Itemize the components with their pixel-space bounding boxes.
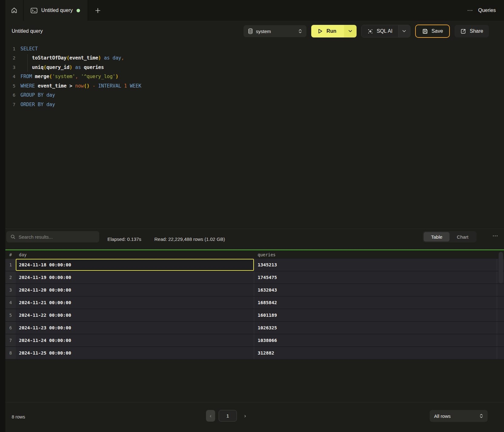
- queries-cell[interactable]: 1345213: [254, 259, 497, 271]
- queries-cell[interactable]: 1026325: [254, 322, 497, 334]
- database-icon: [248, 28, 253, 34]
- row-number: 3: [5, 284, 16, 296]
- table-row: 12024-11-18 00:00:001345213: [5, 259, 504, 271]
- save-icon: [422, 28, 428, 34]
- page-title: Untitled query: [12, 28, 43, 34]
- day-cell[interactable]: 2024-11-19 00:00:00: [16, 271, 254, 283]
- results-footer: 8 rows ‹ 1 › All rows: [5, 402, 504, 432]
- sql-ai-options-button[interactable]: [398, 25, 410, 37]
- page-size-select[interactable]: All rows: [430, 410, 488, 422]
- query-header: Untitled query system: [5, 21, 504, 42]
- run-button-group: Run: [311, 25, 357, 37]
- line-number: 2: [5, 55, 20, 60]
- home-tab[interactable]: [5, 0, 24, 21]
- new-tab-button[interactable]: [88, 0, 107, 21]
- table-row: 62024-11-23 00:00:001026325: [5, 322, 504, 334]
- line-number: 4: [5, 74, 20, 79]
- queries-column-header: queries: [254, 250, 497, 259]
- search-input[interactable]: [19, 234, 91, 240]
- day-cell[interactable]: 2024-11-20 00:00:00: [16, 284, 254, 296]
- table-row: 32024-11-20 00:00:001632043: [5, 284, 504, 297]
- line-number: 5: [5, 83, 20, 88]
- run-options-button[interactable]: [344, 25, 357, 37]
- code-text: SELECT: [20, 46, 38, 52]
- queries-cell[interactable]: 1745475: [254, 271, 497, 283]
- code-line: 5WHERE event_time > now() - INTERVAL 1 W…: [5, 81, 504, 91]
- tab-untitled-query[interactable]: Untitled query: [24, 0, 88, 21]
- home-icon: [11, 7, 18, 14]
- line-number: 3: [5, 65, 20, 70]
- sql-ai-label: SQL AI: [377, 28, 392, 34]
- share-button[interactable]: Share: [455, 25, 489, 37]
- results-toolbar: Elapsed: 0.137s Read: 22,229,488 rows (1…: [5, 229, 504, 249]
- database-select-value: system: [256, 29, 271, 34]
- line-number: 7: [5, 102, 20, 107]
- results-table-header: # day queries: [5, 250, 504, 259]
- results-table: # day queries 12024-11-18 00:00:00134521…: [5, 250, 504, 360]
- code-line: 7ORDER BY day: [5, 100, 504, 109]
- row-number: 1: [5, 259, 16, 271]
- code-line: 1SELECT: [5, 44, 504, 54]
- row-count-label: 8 rows: [12, 414, 25, 419]
- day-cell[interactable]: 2024-11-18 00:00:00: [16, 259, 254, 271]
- terminal-icon: [31, 8, 37, 14]
- queries-link[interactable]: Queries: [478, 8, 496, 13]
- tabbar-overflow-icon[interactable]: ⋯: [467, 8, 473, 13]
- sql-console-app: Untitled query ⋯ Queries Untitled query: [0, 0, 504, 432]
- updown-chevron-icon: [298, 29, 302, 34]
- tab-label: Untitled query: [41, 8, 73, 13]
- chevron-right-icon: ›: [244, 413, 246, 419]
- database-select[interactable]: system: [243, 25, 306, 37]
- queries-cell[interactable]: 1632043: [254, 284, 497, 296]
- indent-guide: [27, 54, 28, 72]
- queries-cell[interactable]: 1685842: [254, 297, 497, 309]
- save-button[interactable]: Save: [415, 25, 450, 38]
- share-button-label: Share: [470, 28, 483, 34]
- row-number: 2: [5, 271, 16, 283]
- day-cell[interactable]: 2024-11-21 00:00:00: [16, 297, 254, 309]
- queries-cell[interactable]: 312882: [254, 347, 497, 359]
- table-row: 52024-11-22 00:00:001601189: [5, 309, 504, 322]
- sql-ai-button[interactable]: SQL AI: [362, 25, 398, 37]
- table-row: 82024-11-25 00:00:00312882: [5, 347, 504, 360]
- code-text: WHERE event_time > now() - INTERVAL 1 WE…: [20, 83, 141, 89]
- table-view-tab[interactable]: Table: [424, 232, 450, 242]
- run-button[interactable]: Run: [311, 25, 344, 37]
- search-icon: [10, 234, 15, 239]
- day-cell[interactable]: 2024-11-22 00:00:00: [16, 309, 254, 321]
- pagination: ‹ 1 ›: [206, 410, 250, 422]
- sql-ai-button-group: SQL AI: [361, 25, 410, 37]
- table-row: 42024-11-21 00:00:001685842: [5, 297, 504, 309]
- sql-editor[interactable]: 1SELECT2 toStartOfDay(event_time) as day…: [5, 44, 504, 229]
- table-scrollbar-thumb[interactable]: [499, 252, 503, 283]
- next-page-button[interactable]: ›: [240, 410, 250, 422]
- row-number: 6: [5, 322, 16, 334]
- day-cell[interactable]: 2024-11-23 00:00:00: [16, 322, 254, 334]
- sparkles-icon: [367, 28, 373, 34]
- page-size-value: All rows: [434, 413, 451, 419]
- code-line: 2 toStartOfDay(event_time) as day,: [5, 54, 504, 63]
- share-icon: [460, 28, 466, 34]
- chevron-left-icon: ‹: [210, 413, 212, 419]
- chart-view-tab[interactable]: Chart: [450, 232, 476, 242]
- number-column-header: #: [5, 250, 16, 259]
- run-button-label: Run: [327, 28, 336, 34]
- queries-cell[interactable]: 1038066: [254, 334, 497, 346]
- code-line: 4FROM merge('system', '^query_log'): [5, 72, 504, 82]
- queries-cell[interactable]: 1601189: [254, 309, 497, 321]
- row-number: 4: [5, 297, 16, 309]
- table-row: 22024-11-19 00:00:001745475: [5, 271, 504, 284]
- row-number: 7: [5, 334, 16, 346]
- code-lines: 1SELECT2 toStartOfDay(event_time) as day…: [5, 44, 504, 109]
- code-line: 6GROUP BY day: [5, 91, 504, 100]
- current-page-button[interactable]: 1: [219, 410, 237, 422]
- prev-page-button[interactable]: ‹: [206, 410, 215, 422]
- day-cell[interactable]: 2024-11-25 00:00:00: [16, 347, 254, 359]
- results-search[interactable]: [6, 231, 99, 242]
- line-number: 6: [5, 93, 20, 98]
- results-menu-icon[interactable]: ⋯: [492, 233, 498, 239]
- day-cell[interactable]: 2024-11-24 00:00:00: [16, 334, 254, 346]
- code-line: 3 uniq(query_id) as queries: [5, 63, 504, 72]
- code-text: uniq(query_id) as queries: [20, 65, 104, 70]
- play-icon: [318, 28, 323, 34]
